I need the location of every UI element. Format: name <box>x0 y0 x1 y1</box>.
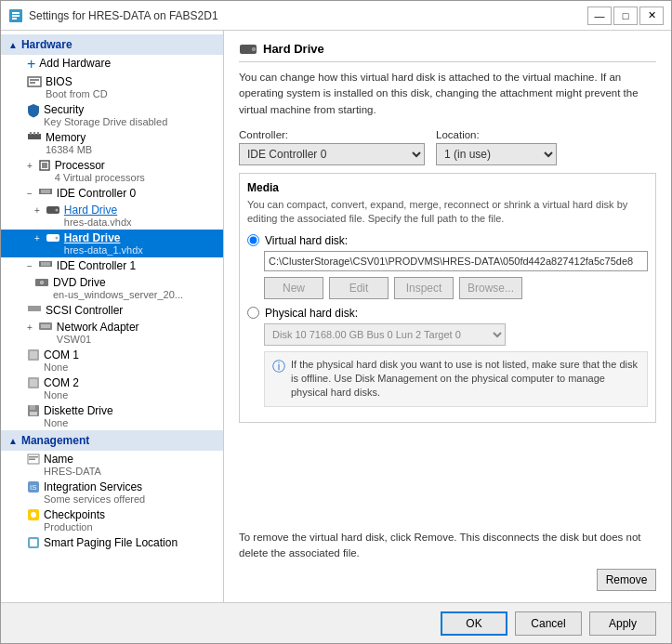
virtual-hd-path-input[interactable] <box>264 251 648 271</box>
hardware-section-header[interactable]: ▲ Hardware <box>1 34 223 55</box>
panel-title-text: Hard Drive <box>263 42 324 56</box>
hd1-expand-icon: + <box>34 233 40 243</box>
controller-group: Controller: IDE Controller 0 <box>239 129 425 165</box>
virtual-hd-label: Virtual hard disk: <box>265 234 348 247</box>
sidebar-item-ide1[interactable]: − IDE Controller 1 <box>1 257 223 274</box>
physical-hd-radio-row: Physical hard disk: <box>247 307 648 320</box>
dvd-sub: en-us_windows_server_20... <box>53 289 183 300</box>
bios-icon <box>27 75 42 88</box>
processor-sub: 4 Virtual processors <box>55 172 145 183</box>
info-text: If the physical hard disk you want to us… <box>291 358 639 401</box>
checkpoints-icon <box>27 508 40 521</box>
physical-hd-select[interactable]: Disk 10 7168.00 GB Bus 0 Lun 2 Target 0 <box>264 323 506 346</box>
integration-icon: IS <box>27 480 40 493</box>
name-label: Name <box>44 453 101 466</box>
management-chevron-icon: ▲ <box>8 436 18 446</box>
integration-label: Integration Services <box>44 480 145 493</box>
remove-button[interactable]: Remove <box>597 569 656 591</box>
sidebar-item-security[interactable]: Security Key Storage Drive disabled <box>1 101 223 129</box>
close-button[interactable]: ✕ <box>639 7 664 25</box>
hd0-sub: hres-data.vhdx <box>64 217 132 228</box>
physical-hd-group: Physical hard disk: Disk 10 7168.00 GB B… <box>247 307 648 407</box>
physical-hd-radio[interactable] <box>247 307 259 319</box>
sidebar-item-checkpoints[interactable]: Checkpoints Production <box>1 506 223 534</box>
checkpoints-sub: Production <box>44 521 105 532</box>
hd1-sub: hres-data_1.vhdx <box>64 244 143 256</box>
ide1-label: IDE Controller 1 <box>57 259 136 272</box>
name-icon <box>27 453 40 466</box>
paging-label: Smart Paging File Location <box>44 536 178 549</box>
svg-rect-32 <box>30 412 37 415</box>
hd0-icon <box>46 204 60 217</box>
ok-button[interactable]: OK <box>441 611 507 636</box>
maximize-button[interactable]: □ <box>613 7 638 25</box>
svg-rect-42 <box>30 539 37 546</box>
svg-rect-12 <box>42 163 47 168</box>
ide0-icon <box>38 187 53 196</box>
svg-rect-20 <box>41 262 50 266</box>
svg-rect-33 <box>30 405 35 410</box>
sidebar-item-hd1[interactable]: + Hard Drive hres-data_1.vhdx <box>1 230 223 257</box>
apply-button[interactable]: Apply <box>589 611 656 636</box>
svg-rect-30 <box>30 379 37 387</box>
minimize-button[interactable]: — <box>587 7 612 25</box>
main-window: Settings for HRES-DATA on FABS2D1 — □ ✕ … <box>0 0 672 644</box>
sidebar-item-integration[interactable]: IS Integration Services Some services of… <box>1 479 223 506</box>
virtual-hd-radio[interactable] <box>247 234 259 246</box>
hd0-label: Hard Drive <box>64 204 132 217</box>
svg-rect-2 <box>12 15 20 17</box>
virtual-hd-group: Virtual hard disk: New Edit Inspect Brow… <box>247 234 648 299</box>
controller-select[interactable]: IDE Controller 0 <box>239 143 425 165</box>
scsi-label: SCSI Controller <box>46 304 123 317</box>
panel-title: Hard Drive <box>239 42 656 62</box>
sidebar-item-com1[interactable]: COM 1 None <box>1 347 223 375</box>
cancel-button[interactable]: Cancel <box>515 611 582 636</box>
inspect-button[interactable]: Inspect <box>394 277 454 299</box>
new-button[interactable]: New <box>264 277 323 299</box>
sidebar-item-ide0[interactable]: − IDE Controller 0 <box>1 185 223 202</box>
sidebar-item-dvd[interactable]: DVD Drive en-us_windows_server_20... <box>1 274 223 302</box>
content-area: ▲ Hardware + Add Hardware BIOS Boot from… <box>1 31 671 602</box>
sidebar-item-processor[interactable]: + Processor 4 Virtual processors <box>1 157 223 185</box>
nic-icon <box>38 321 53 332</box>
svg-point-16 <box>55 209 58 212</box>
name-sub: HRES-DATA <box>44 466 101 477</box>
paging-icon <box>27 536 40 549</box>
sidebar-item-scsi[interactable]: SCSI Controller <box>1 302 223 319</box>
browse-button[interactable]: Browse... <box>459 277 522 299</box>
bios-sub: Boot from CD <box>46 88 108 99</box>
floppy-sub: None <box>44 417 113 428</box>
svg-text:IS: IS <box>30 483 37 492</box>
com1-sub: None <box>44 361 79 373</box>
svg-rect-28 <box>30 351 37 359</box>
left-panel: ▲ Hardware + Add Hardware BIOS Boot from… <box>1 31 224 602</box>
sidebar-item-com2[interactable]: COM 2 None <box>1 375 223 402</box>
scsi-icon <box>27 304 42 313</box>
sidebar-item-add-hardware[interactable]: + Add Hardware <box>1 55 223 73</box>
location-select[interactable]: 1 (in use) <box>436 143 557 165</box>
sidebar-item-nic[interactable]: + Network Adapter VSW01 <box>1 319 223 347</box>
sidebar-item-floppy[interactable]: Diskette Drive None <box>1 402 223 430</box>
svg-rect-24 <box>28 306 41 311</box>
nic-sub: VSW01 <box>57 334 139 345</box>
sidebar-item-name[interactable]: Name HRES-DATA <box>1 451 223 479</box>
ide1-icon <box>38 259 53 269</box>
sidebar-item-paging[interactable]: Smart Paging File Location <box>1 534 223 551</box>
nic-expand-icon: + <box>27 322 33 333</box>
checkpoints-label: Checkpoints <box>44 508 105 521</box>
svg-rect-9 <box>33 132 35 135</box>
processor-icon <box>38 159 51 172</box>
management-section-header[interactable]: ▲ Management <box>1 430 223 451</box>
panel-description: You can change how this virtual hard dis… <box>239 70 656 118</box>
com2-icon <box>27 376 40 389</box>
media-label: Media <box>247 181 648 194</box>
sidebar-item-bios[interactable]: BIOS Boot from CD <box>1 73 223 101</box>
svg-point-18 <box>55 237 58 240</box>
sidebar-item-hd0[interactable]: + Hard Drive hres-data.vhdx <box>1 202 223 230</box>
media-box: Media You can compact, convert, expand, … <box>239 173 656 423</box>
title-bar: Settings for HRES-DATA on FABS2D1 — □ ✕ <box>1 1 671 31</box>
edit-button[interactable]: Edit <box>329 277 389 299</box>
sidebar-item-memory[interactable]: Memory 16384 MB <box>1 129 223 157</box>
footer: OK Cancel Apply <box>1 602 671 643</box>
harddrive-title-icon <box>239 43 257 56</box>
